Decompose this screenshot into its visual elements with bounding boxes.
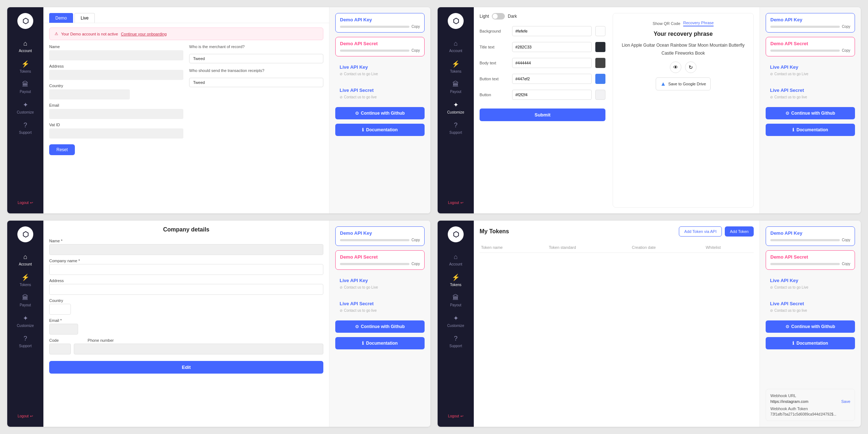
webhook-url-input[interactable] bbox=[770, 399, 839, 404]
api-panel-4: Demo API Key Copy Demo API Secret Copy L… bbox=[760, 221, 861, 427]
sidebar-item-support-3[interactable]: ? Support bbox=[7, 331, 43, 352]
live-key-subtitle: ⊘ Contact us to go Live bbox=[340, 72, 420, 76]
tokens-title: My Tokens bbox=[480, 228, 509, 235]
github-button-1[interactable]: ⊙ Continue with Github bbox=[335, 107, 425, 119]
sidebar-item-payout-4[interactable]: 🏛 Payout bbox=[438, 290, 474, 311]
vat-input[interactable] bbox=[49, 128, 183, 139]
button-field: Button bbox=[480, 90, 605, 100]
code-input[interactable] bbox=[49, 344, 71, 354]
company-country-input[interactable] bbox=[49, 304, 71, 315]
customize-main: Light Dark Background Title text Body te… bbox=[474, 7, 760, 213]
sidebar-item-tokens-3[interactable]: ⚡ Tokens bbox=[7, 270, 43, 290]
docs-button-3[interactable]: ℹ Documentation bbox=[335, 337, 425, 349]
reset-button[interactable]: Reset bbox=[49, 144, 75, 155]
phone-input[interactable] bbox=[74, 344, 323, 354]
country-input[interactable] bbox=[49, 89, 130, 99]
refresh-icon[interactable]: ↻ bbox=[685, 61, 697, 73]
body-text-input[interactable] bbox=[512, 58, 592, 68]
company-form: Name * Company name * Address Country Em… bbox=[49, 239, 323, 374]
sidebar-item-payout-2[interactable]: 🏛 Payout bbox=[438, 77, 474, 97]
webhook-save-button[interactable]: Save bbox=[841, 399, 850, 404]
add-token-api-button[interactable]: Add Token via API bbox=[679, 226, 722, 237]
api-panel-3: Demo API Key Copy Demo API Secret Copy L… bbox=[329, 221, 430, 427]
sidebar-item-support-2[interactable]: ? Support bbox=[438, 118, 474, 138]
background-input[interactable] bbox=[512, 26, 592, 36]
copy-demo-secret-4[interactable]: Copy bbox=[842, 262, 850, 266]
docs-button-2[interactable]: ℹ Documentation bbox=[766, 124, 855, 136]
api-panel-1: Demo API Key Copy Demo API Secret Copy L… bbox=[329, 7, 430, 213]
panel-account: ⬡ ⌂ Account ⚡ Tokens 🏛 Payout ✦ Customiz… bbox=[7, 7, 430, 213]
support-icon-3: ? bbox=[24, 335, 27, 342]
recovery-box: Show QR Code Recovery Phrase Your recove… bbox=[613, 13, 754, 208]
sidebar-item-customize-2[interactable]: ✦ Customize bbox=[438, 97, 474, 118]
support-icon-2: ? bbox=[454, 122, 458, 129]
sidebar-item-tokens-1[interactable]: ⚡ Tokens bbox=[7, 56, 43, 77]
sidebar-item-account-3[interactable]: ⌂ Account bbox=[7, 250, 43, 270]
edit-button[interactable]: Edit bbox=[49, 361, 323, 374]
demo-secret-row-3: Copy bbox=[340, 262, 420, 266]
button-text-input[interactable] bbox=[512, 74, 592, 84]
eye-off-icon[interactable]: 👁 bbox=[670, 61, 681, 73]
github-button-2[interactable]: ⊙ Continue with Github bbox=[766, 107, 855, 119]
button-input[interactable] bbox=[512, 90, 592, 100]
onboarding-link[interactable]: Continue your onboarding bbox=[121, 32, 167, 36]
company-company-input[interactable] bbox=[49, 264, 323, 275]
email-input[interactable] bbox=[49, 109, 183, 119]
copy-demo-key[interactable]: Copy bbox=[412, 25, 420, 29]
copy-demo-key-4[interactable]: Copy bbox=[842, 238, 850, 242]
name-input[interactable] bbox=[49, 50, 183, 60]
submit-button[interactable]: Submit bbox=[480, 109, 605, 121]
demo-key-value bbox=[340, 26, 409, 28]
docs-button-4[interactable]: ℹ Documentation bbox=[766, 337, 855, 349]
company-name-input[interactable] bbox=[49, 244, 323, 255]
merchant-col: Who is the merchant of record? Tweed Who… bbox=[189, 44, 323, 139]
th-token-name: Token name bbox=[480, 242, 547, 253]
docs-button-1[interactable]: ℹ Documentation bbox=[335, 124, 425, 136]
copy-demo-secret[interactable]: Copy bbox=[412, 48, 420, 52]
tokens-content: My Tokens Add Token via API Add Token To… bbox=[474, 221, 760, 427]
merchant-q1: Who is the merchant of record? bbox=[189, 44, 323, 49]
sidebar-item-customize-4[interactable]: ✦ Customize bbox=[438, 311, 474, 331]
logout-btn-2[interactable]: Logout ↩ bbox=[448, 198, 464, 208]
sidebar-item-customize-3[interactable]: ✦ Customize bbox=[7, 311, 43, 331]
tab-live[interactable]: Live bbox=[75, 13, 95, 23]
company-address-input[interactable] bbox=[49, 284, 323, 295]
recovery-phrase-tab[interactable]: Recovery Phrase bbox=[683, 21, 714, 26]
tokens-header: My Tokens Add Token via API Add Token bbox=[480, 226, 754, 237]
payout-icon: 🏛 bbox=[22, 81, 29, 88]
title-text-input[interactable] bbox=[512, 42, 592, 52]
sidebar-item-account-2[interactable]: ⌂ Account bbox=[438, 36, 474, 56]
sidebar-item-account-1[interactable]: ⌂ Account bbox=[7, 36, 43, 56]
sidebar-item-support-4[interactable]: ? Support bbox=[438, 331, 474, 352]
logout-btn-4[interactable]: Logout ↩ bbox=[448, 411, 464, 421]
sidebar-item-support-1[interactable]: ? Support bbox=[7, 118, 43, 138]
tab-demo[interactable]: Demo bbox=[49, 13, 73, 23]
sidebar-item-account-4[interactable]: ⌂ Account bbox=[438, 250, 474, 270]
sidebar-item-tokens-2[interactable]: ⚡ Tokens bbox=[438, 56, 474, 77]
tokens-table: Token name Token standard Creation date … bbox=[480, 242, 754, 259]
copy-demo-key-2[interactable]: Copy bbox=[842, 25, 850, 29]
customize-form: Light Dark Background Title text Body te… bbox=[480, 13, 605, 208]
add-token-button[interactable]: Add Token bbox=[725, 226, 754, 237]
copy-demo-key-3[interactable]: Copy bbox=[412, 238, 420, 242]
live-api-secret-box-4: Live API Secret ⊘ Contact us to go live bbox=[766, 297, 855, 316]
google-drive-button[interactable]: ▲ Save to Google Drive bbox=[656, 77, 711, 90]
company-email-input[interactable] bbox=[49, 324, 78, 335]
logout-btn-1[interactable]: Logout ↩ bbox=[18, 198, 33, 208]
webhook-token-value: 73f1afb7ba271c5d6089ca944d1f4792$... bbox=[770, 412, 850, 416]
sidebar-item-payout-3[interactable]: 🏛 Payout bbox=[7, 290, 43, 311]
sidebar-item-tokens-4[interactable]: ⚡ Tokens bbox=[438, 270, 474, 290]
address-input[interactable] bbox=[49, 70, 183, 80]
qr-row: Show QR Code Recovery Phrase bbox=[653, 21, 714, 26]
copy-demo-secret-2[interactable]: Copy bbox=[842, 48, 850, 52]
github-button-4[interactable]: ⊙ Continue with Github bbox=[766, 320, 855, 333]
theme-toggle[interactable] bbox=[492, 13, 505, 20]
sidebar-item-payout-1[interactable]: 🏛 Payout bbox=[7, 77, 43, 97]
github-button-3[interactable]: ⊙ Continue with Github bbox=[335, 320, 425, 333]
logout-btn-3[interactable]: Logout ↩ bbox=[18, 411, 33, 421]
sidebar-item-customize-1[interactable]: ✦ Customize bbox=[7, 97, 43, 118]
body-text-field: Body text bbox=[480, 58, 605, 68]
copy-demo-secret-3[interactable]: Copy bbox=[412, 262, 420, 266]
live-key-subtitle-3: ⊘ Contact us to go Live bbox=[340, 285, 420, 289]
live-key-subtitle-2: ⊘ Contact us to go Live bbox=[770, 72, 851, 76]
